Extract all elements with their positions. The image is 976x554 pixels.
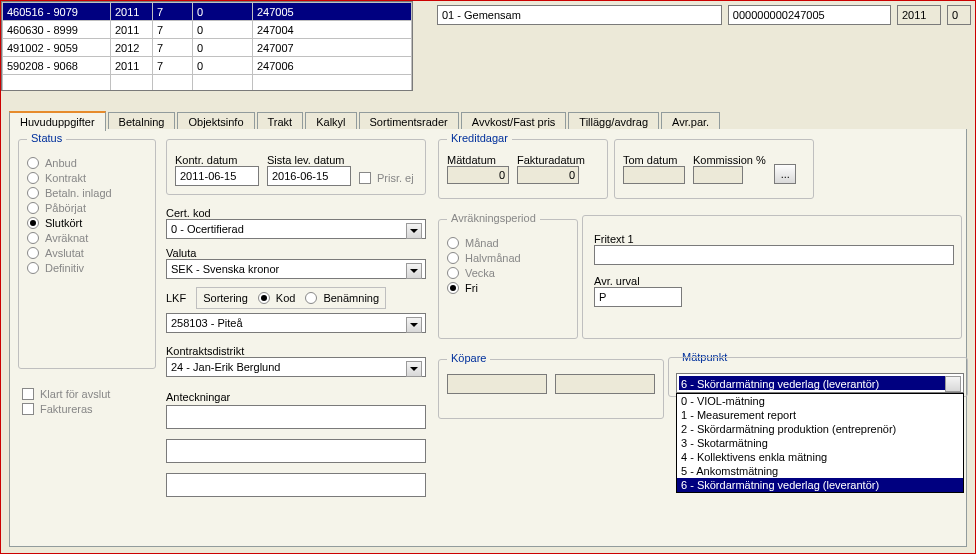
matpunkt-option[interactable]: 2 - Skördarmätning produktion (entrepren… — [677, 422, 963, 436]
valuta-label: Valuta — [166, 247, 426, 259]
avrp-legend: Avräkningsperiod — [447, 212, 540, 224]
matpunkt-select[interactable]: 6 - Skördarmätning vederlag (leverantör) — [676, 373, 964, 393]
tab-body: Status AnbudKontraktBetaln. inlagdPåbörj… — [9, 129, 967, 547]
avrp-group: Avräkningsperiod MånadHalvmånadVeckaFri — [438, 219, 578, 339]
fakturadatum-label: Fakturadatum — [517, 154, 585, 166]
sista-date[interactable] — [267, 166, 351, 186]
matdatum-field[interactable] — [447, 166, 509, 184]
status-avr-knat[interactable]: Avräknat — [27, 232, 147, 244]
status-slutk-rt[interactable]: Slutkört — [27, 217, 147, 229]
kredit-group: Kreditdagar Mätdatum Fakturadatum — [438, 139, 608, 199]
fakturadatum-field[interactable] — [517, 166, 579, 184]
table-row[interactable]: 590208 - 9068201170247006 — [3, 57, 412, 75]
status-kontrakt[interactable]: Kontrakt — [27, 172, 147, 184]
kontr-label: Kontr. datum — [175, 154, 259, 166]
matpunkt-option[interactable]: 0 - VIOL-mätning — [677, 394, 963, 408]
kommission-label: Kommission % — [693, 154, 766, 166]
klart-checkbox[interactable]: Klart för avslut — [22, 388, 110, 400]
tomdatum-field[interactable] — [623, 166, 685, 184]
matpunkt-option[interactable]: 5 - Ankomstmätning — [677, 464, 963, 478]
matpunkt-option[interactable]: 4 - Kollektivens enkla mätning — [677, 450, 963, 464]
table-row[interactable]: 491002 - 9059201270247007 — [3, 39, 412, 57]
lkf-select[interactable]: 258103 - Piteå — [166, 313, 426, 333]
avrp-halvmånad[interactable]: Halvmånad — [447, 252, 569, 264]
notes-label: Anteckningar — [166, 391, 426, 403]
matpunkt-option[interactable]: 3 - Skotarmätning — [677, 436, 963, 450]
kopare-b[interactable] — [555, 374, 655, 394]
type-field[interactable] — [437, 5, 722, 25]
cert-label: Cert. kod — [166, 207, 426, 219]
kd-label: Kontraktsdistrikt — [166, 345, 426, 357]
matdatum-label: Mätdatum — [447, 154, 509, 166]
avrp-vecka[interactable]: Vecka — [447, 267, 569, 279]
status-legend: Status — [27, 132, 66, 144]
avrp-fri[interactable]: Fri — [447, 282, 569, 294]
status-definitiv[interactable]: Definitiv — [27, 262, 147, 274]
kredit2-group: Tom datum Kommission % ... — [614, 139, 814, 199]
tomdatum-label: Tom datum — [623, 154, 685, 166]
ellipsis-button[interactable]: ... — [774, 164, 796, 184]
table-row[interactable]: 460516 - 9079201170247005 — [3, 3, 412, 21]
klart-label: Klart för avslut — [40, 388, 110, 400]
prisr-checkbox[interactable] — [359, 172, 371, 184]
lkf-sort-kod[interactable]: Kod — [258, 292, 296, 304]
status-avslutat[interactable]: Avslutat — [27, 247, 147, 259]
kontr-date[interactable] — [175, 166, 259, 186]
faktureras-checkbox[interactable]: Faktureras — [22, 403, 110, 415]
table-row[interactable]: 460630 - 8999201170247004 — [3, 21, 412, 39]
matpunkt-dropdown-list[interactable]: 0 - VIOL-mätning1 - Measurement report2 … — [676, 393, 964, 493]
status-anbud[interactable]: Anbud — [27, 157, 147, 169]
top-data-grid[interactable]: 460516 - 9079201170247005460630 - 899920… — [1, 1, 413, 91]
kommission-field[interactable] — [693, 166, 743, 184]
status-p-b-rjat[interactable]: Påbörjat — [27, 202, 147, 214]
notes-3[interactable] — [166, 473, 426, 497]
lkf-sort-box: Sortering Kod Benämning — [196, 287, 386, 309]
status-group: Status AnbudKontraktBetaln. inlagdPåbörj… — [18, 139, 156, 369]
lkf-sort-ben[interactable]: Benämning — [305, 292, 379, 304]
number-field[interactable] — [728, 5, 891, 25]
notes-1[interactable] — [166, 405, 426, 429]
kopare-legend: Köpare — [447, 352, 490, 364]
status-betaln-inlagd[interactable]: Betaln. inlagd — [27, 187, 147, 199]
avrp-månad[interactable]: Månad — [447, 237, 569, 249]
matpunkt-option[interactable]: 6 - Skördarmätning vederlag (leverantör) — [677, 478, 963, 492]
lkf-label: LKF — [166, 292, 186, 304]
faktureras-label: Faktureras — [40, 403, 93, 415]
zero-field — [947, 5, 971, 25]
table-row[interactable] — [3, 75, 412, 92]
kd-select[interactable]: 24 - Jan-Erik Berglund — [166, 357, 426, 377]
tab-huvuduppgifter[interactable]: Huvuduppgifter — [9, 111, 106, 131]
matpunkt-option[interactable]: 1 - Measurement report — [677, 408, 963, 422]
kopare-group: Köpare — [438, 359, 664, 419]
sista-label: Sista lev. datum — [267, 154, 351, 166]
prisr-label: Prisr. ej — [377, 172, 414, 184]
fritext-border — [582, 215, 962, 339]
cert-select[interactable]: 0 - Ocertifierad — [166, 219, 426, 239]
dates-group: Kontr. datum Sista lev. datum Prisr. ej — [166, 139, 426, 195]
year-field — [897, 5, 941, 25]
kredit-legend: Kreditdagar — [447, 132, 512, 144]
notes-2[interactable] — [166, 439, 426, 463]
valuta-select[interactable]: SEK - Svenska kronor — [166, 259, 426, 279]
kopare-a[interactable] — [447, 374, 547, 394]
